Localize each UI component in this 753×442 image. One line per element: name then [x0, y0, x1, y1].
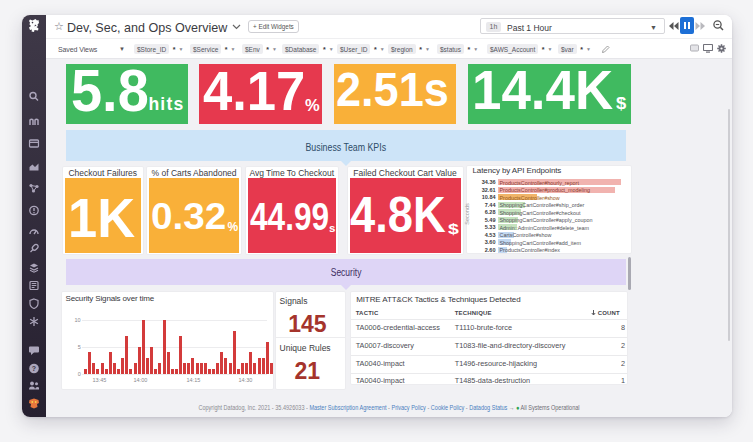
svg-text:?: ?: [32, 365, 36, 372]
